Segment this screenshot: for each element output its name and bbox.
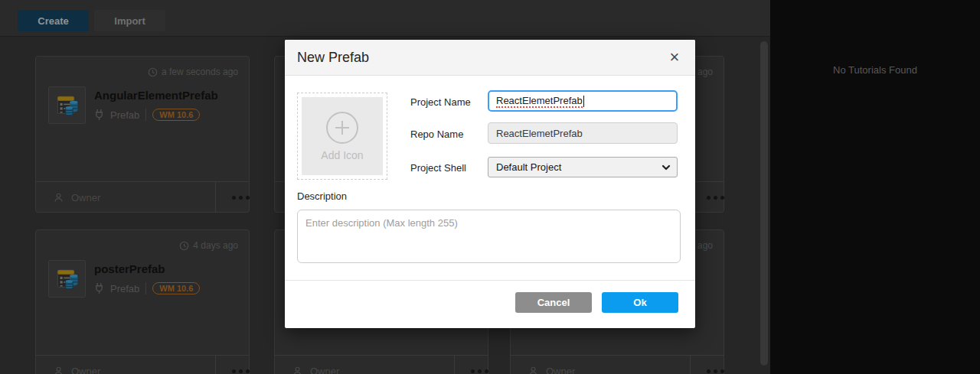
owner-label: Owner xyxy=(53,182,100,213)
card-footer: Owner xyxy=(36,355,249,374)
project-type-label: Prefab xyxy=(110,109,139,121)
footer-divider xyxy=(215,356,216,374)
dialog-footer: Cancel Ok xyxy=(285,280,695,328)
repo-name-label: Repo Name xyxy=(410,128,463,140)
card-footer: Owner xyxy=(275,355,488,374)
user-icon xyxy=(53,192,64,203)
footer-divider xyxy=(690,356,691,374)
dialog-title: New Prefab xyxy=(297,50,369,66)
card-meta: Prefab WM 10.6 xyxy=(94,109,200,121)
card-footer: Owner xyxy=(36,181,249,212)
prefab-icon xyxy=(48,260,86,298)
project-shell-label: Project Shell xyxy=(410,162,466,174)
clock-icon xyxy=(179,241,189,251)
cancel-button[interactable]: Cancel xyxy=(515,292,592,313)
project-shell-value: Default Project xyxy=(496,161,561,173)
card-menu-button[interactable] xyxy=(697,182,733,213)
top-toolbar: Create Import xyxy=(0,0,770,37)
add-icon-dropzone[interactable]: Add Icon xyxy=(297,93,387,180)
add-icon-label: Add Icon xyxy=(321,149,363,161)
card-meta: Prefab WM 10.6 xyxy=(94,282,200,294)
import-button[interactable]: Import xyxy=(94,10,165,31)
card-time-text: a few seconds ago xyxy=(162,67,238,77)
footer-divider xyxy=(454,356,455,374)
chevron-down-icon xyxy=(662,163,671,172)
repo-name-input[interactable] xyxy=(488,122,678,144)
project-card[interactable]: a few seconds ago AngularElementPrefab P… xyxy=(35,56,250,213)
project-name-value: ReactElemetPrefab xyxy=(496,95,583,108)
app-screen: Create Import a few seconds ago AngularE… xyxy=(0,0,980,374)
version-badge: WM 10.6 xyxy=(152,282,200,294)
card-menu-button[interactable] xyxy=(223,356,258,374)
owner-label: Owner xyxy=(292,356,339,374)
create-button[interactable]: Create xyxy=(18,10,89,31)
new-prefab-dialog: New Prefab × Add Icon Project Name Repo … xyxy=(285,40,695,328)
project-card[interactable]: 4 days ago posterPrefab Prefab WM 10.6 O… xyxy=(35,229,250,374)
project-type-label: Prefab xyxy=(110,283,139,294)
ok-button[interactable]: Ok xyxy=(602,292,678,313)
owner-label: Owner xyxy=(528,356,575,374)
card-footer: Owner xyxy=(511,355,724,374)
tutorials-panel: No Tutorials Found xyxy=(770,0,980,374)
plug-icon xyxy=(94,282,104,294)
plus-circle-icon xyxy=(325,111,359,145)
card-timestamp: 4 days ago xyxy=(179,240,238,251)
plug-icon xyxy=(94,109,104,121)
project-shell-select[interactable]: Default Project xyxy=(488,157,678,177)
tutorials-empty-text: No Tutorials Found xyxy=(770,64,980,76)
add-icon-inner: Add Icon xyxy=(302,97,383,175)
project-name-label: Project Name xyxy=(410,96,471,108)
prefab-icon xyxy=(48,86,86,124)
project-title[interactable]: AngularElementPrefab xyxy=(94,89,218,102)
scrollbar-thumb[interactable] xyxy=(760,41,768,366)
user-icon xyxy=(292,366,303,374)
card-menu-button[interactable] xyxy=(462,356,497,374)
user-icon xyxy=(53,366,64,374)
meta-divider xyxy=(145,282,146,294)
project-title[interactable]: posterPrefab xyxy=(94,262,165,275)
description-label: Description xyxy=(297,190,347,202)
card-time-text: 4 days ago xyxy=(193,240,238,251)
user-icon xyxy=(528,366,539,374)
meta-divider xyxy=(145,109,146,121)
version-badge: WM 10.6 xyxy=(152,109,200,121)
description-textarea[interactable] xyxy=(297,210,681,263)
close-icon[interactable]: × xyxy=(665,46,684,69)
owner-label: Owner xyxy=(53,356,100,374)
card-menu-button[interactable] xyxy=(223,182,258,213)
project-name-input[interactable]: ReactElemetPrefab xyxy=(488,90,678,112)
card-menu-button[interactable] xyxy=(697,356,733,374)
card-timestamp: a few seconds ago xyxy=(148,67,238,77)
dialog-header: New Prefab × xyxy=(285,40,695,76)
footer-divider xyxy=(215,182,216,213)
text-caret xyxy=(583,96,584,107)
clock-icon xyxy=(148,67,158,77)
